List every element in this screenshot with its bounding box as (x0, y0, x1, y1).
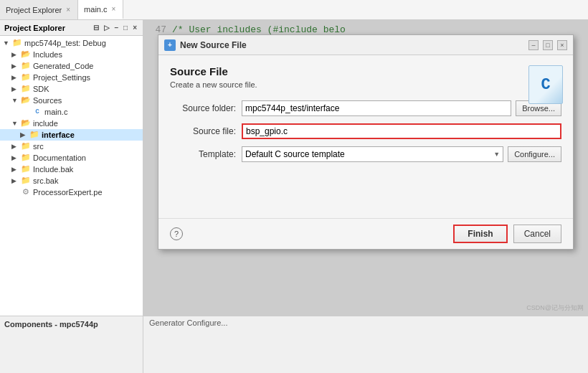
sdk-label: SDK (33, 85, 49, 93)
finish-button[interactable]: Finish (453, 225, 507, 243)
include-bak-label: Include.bak (33, 165, 73, 174)
panel-icon-4[interactable]: □ (122, 23, 129, 32)
dialog-icon: + (164, 39, 176, 51)
tree-item-includes[interactable]: ▶ 📂 Includes (0, 49, 143, 60)
tab-project-explorer-close[interactable]: × (65, 5, 72, 14)
tab-main-c[interactable]: main.c × (78, 0, 123, 19)
tree-item-processor-expert[interactable]: ⚙ ProcessorExpert.pe (0, 186, 143, 198)
src-bak-label: src.bak (33, 176, 58, 185)
interface-label: interface (42, 131, 75, 139)
include-icon: 📂 (20, 118, 32, 128)
panel-header-icons: ⊟ ▷ – □ × (92, 23, 138, 32)
main-c-label: main.c (44, 108, 67, 116)
tree-arrow-include: ▼ (11, 120, 20, 127)
panel-icon-1[interactable]: ⊟ (92, 23, 100, 32)
template-row: Template: Default C source template ▼ Co… (170, 146, 561, 162)
sources-label: Sources (33, 96, 62, 105)
modal-footer: ? Finish Cancel (158, 218, 573, 249)
tree-project-root[interactable]: ▼ 📁 mpc5744p_test: Debug (0, 37, 143, 49)
tree-item-generated-code[interactable]: ▶ 📁 Generated_Code (0, 60, 143, 72)
template-select[interactable]: Default C source template (242, 146, 503, 162)
modal-window-controls: – □ × (528, 40, 567, 50)
source-file-input[interactable] (242, 123, 561, 139)
tree-item-include-bak[interactable]: ▶ 📁 Include.bak (0, 164, 143, 175)
generated-code-icon: 📁 (20, 61, 32, 71)
template-label: Template: (170, 149, 242, 159)
tree-item-src[interactable]: ▶ 📁 src (0, 141, 143, 152)
panel-title: Project Explorer (4, 24, 65, 32)
right-area: 47 /* User includes (#include belo + New… (143, 20, 588, 316)
bottom-left-panel: Components - mpc5744p (0, 316, 143, 373)
tree-arrow-interface: ▶ (20, 131, 29, 138)
close-button[interactable]: × (557, 40, 567, 50)
docs-label: Documentation (33, 154, 86, 162)
tree-arrow-settings: ▶ (11, 74, 20, 81)
top-tab-bar: Project Explorer × main.c × (0, 0, 588, 20)
tree-arrow-src-bak: ▶ (11, 177, 20, 184)
sources-icon: 📂 (20, 95, 32, 105)
panel-icon-3[interactable]: – (113, 23, 120, 32)
tree-arrow-generated: ▶ (11, 62, 20, 70)
tree-arrow-root: ▼ (3, 39, 11, 47)
pe-icon: ⚙ (20, 187, 32, 197)
left-panel: Project Explorer ⊟ ▷ – □ × ▼ 📁 mpc5744p_… (0, 20, 143, 316)
tab-main-c-close[interactable]: × (110, 4, 118, 14)
footer-left: ? (170, 227, 183, 240)
main-c-icon: c (32, 107, 43, 117)
tree-item-src-bak[interactable]: ▶ 📁 src.bak (0, 175, 143, 186)
help-icon[interactable]: ? (170, 227, 183, 240)
tree-item-interface[interactable]: ▶ 📁 interface (0, 129, 143, 141)
project-settings-label: Project_Settings (33, 73, 90, 82)
c-file-icon: C (528, 65, 563, 104)
modal-title-left: + New Source File (164, 39, 247, 51)
components-label: Components - mpc5744p (4, 318, 138, 330)
tree-item-sdk[interactable]: ▶ 📁 SDK (0, 83, 143, 95)
modal-heading: Source File (170, 65, 561, 77)
src-label: src (33, 142, 44, 151)
modal-title-text: New Source File (180, 40, 247, 50)
panel-icon-2[interactable]: ▷ (103, 23, 111, 32)
cancel-button[interactable]: Cancel (513, 225, 561, 243)
bottom-right-panel: Generator Configure... (143, 316, 588, 373)
tree-item-main-c[interactable]: c main.c (0, 106, 143, 118)
source-file-label: Source file: (170, 126, 242, 136)
panel-header: Project Explorer ⊟ ▷ – □ × (0, 20, 143, 36)
tree-item-documentation[interactable]: ▶ 📁 Documentation (0, 152, 143, 164)
configure-button[interactable]: Configure... (508, 146, 561, 162)
minimize-button[interactable]: – (528, 40, 539, 50)
bottom-bar: Components - mpc5744p Generator Configur… (0, 316, 588, 373)
src-icon: 📁 (20, 141, 32, 151)
source-folder-input[interactable] (242, 100, 511, 116)
modal-overlay: + New Source File – □ × C Source Fi (143, 20, 588, 316)
source-folder-row: Source folder: Browse... (170, 100, 561, 116)
panel-icon-5[interactable]: × (131, 23, 138, 32)
tab-project-explorer[interactable]: Project Explorer × (0, 0, 78, 19)
tree-item-project-settings[interactable]: ▶ 📁 Project_Settings (0, 72, 143, 83)
sdk-icon: 📁 (20, 84, 32, 94)
modal-titlebar: + New Source File – □ × (158, 35, 573, 55)
maximize-button[interactable]: □ (543, 40, 553, 50)
tab-main-c-label: main.c (84, 5, 107, 14)
source-file-row: Source file: (170, 123, 561, 139)
includes-folder-icon: 📂 (20, 49, 32, 60)
tree-arrow-sdk: ▶ (11, 85, 20, 93)
template-select-wrap: Default C source template ▼ (242, 146, 503, 162)
tab-project-explorer-label: Project Explorer (6, 6, 62, 14)
tree-item-include[interactable]: ▼ 📂 include (0, 118, 143, 129)
source-folder-label: Source folder: (170, 103, 242, 113)
project-settings-icon: 📁 (20, 72, 32, 82)
tree-arrow-src: ▶ (11, 143, 20, 150)
src-bak-icon: 📁 (20, 176, 32, 186)
main-area: Project Explorer ⊟ ▷ – □ × ▼ 📁 mpc5744p_… (0, 20, 588, 316)
modal-body: C Source File Create a new source file. … (158, 55, 573, 218)
interface-icon: 📁 (29, 130, 40, 140)
tree-item-sources[interactable]: ▼ 📂 Sources (0, 95, 143, 106)
include-label: include (33, 119, 58, 128)
project-name: mpc5744p_test: Debug (24, 39, 106, 47)
generated-code-label: Generated_Code (33, 62, 93, 70)
project-tree: ▼ 📁 mpc5744p_test: Debug ▶ 📂 Includes ▶ … (0, 36, 143, 316)
new-source-file-dialog: + New Source File – □ × C Source Fi (158, 34, 574, 250)
tree-arrow-docs: ▶ (11, 154, 20, 161)
tree-arrow-include-bak: ▶ (11, 166, 20, 173)
include-bak-icon: 📁 (20, 164, 32, 174)
